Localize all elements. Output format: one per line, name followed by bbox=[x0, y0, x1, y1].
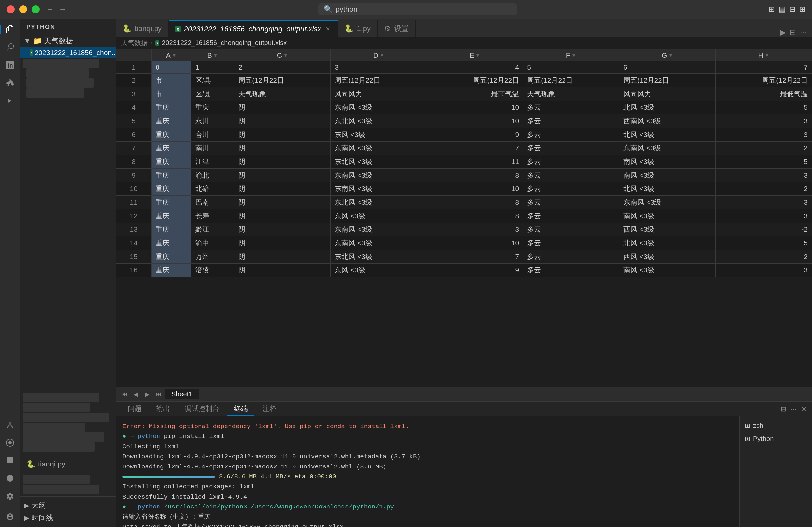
breadcrumb-part2[interactable]: 20231222_161856_chongqing_output.xlsx bbox=[162, 39, 287, 47]
cell-b[interactable]: 万州 bbox=[191, 250, 234, 264]
cell-c[interactable]: 阴 bbox=[234, 128, 331, 141]
cell-f[interactable]: 多云 bbox=[523, 264, 620, 277]
cell-h[interactable]: 5 bbox=[716, 101, 812, 115]
cell-num[interactable]: 16 bbox=[116, 264, 151, 277]
cell-d[interactable]: 东南风 <3级 bbox=[331, 169, 427, 182]
cell-h[interactable]: 3 bbox=[716, 196, 812, 209]
col-header-g[interactable]: G ▼ bbox=[620, 49, 716, 61]
table-row[interactable]: 7重庆南川阴东南风 <3级7多云东南风 <3级2 bbox=[116, 141, 812, 155]
cell-num[interactable]: 9 bbox=[116, 169, 151, 182]
cell-f[interactable]: 多云 bbox=[523, 209, 620, 223]
col-header-b[interactable]: B ▼ bbox=[191, 49, 234, 61]
panel-tab-debug[interactable]: 调试控制台 bbox=[178, 402, 226, 416]
cell-g[interactable]: 北风 <3级 bbox=[620, 128, 716, 141]
close-button[interactable] bbox=[6, 5, 15, 13]
cell-e[interactable]: 3 bbox=[427, 223, 523, 236]
sidebar-layout-icon[interactable]: ▤ bbox=[779, 5, 785, 14]
sidebar-item-git[interactable] bbox=[2, 58, 17, 73]
cell-c[interactable]: 阴 bbox=[234, 169, 331, 182]
cell-f[interactable]: 多云 bbox=[523, 169, 620, 182]
sidebar-folder-tianqishuju[interactable]: ▼ 📁 天气数据 bbox=[20, 35, 116, 47]
cell-e[interactable]: 10 bbox=[427, 101, 523, 115]
sheet-tab-sheet1[interactable]: Sheet1 bbox=[165, 389, 199, 400]
cell-b[interactable]: 南川 bbox=[191, 141, 234, 155]
cell-num[interactable]: 11 bbox=[116, 196, 151, 209]
cell-f[interactable]: 多云 bbox=[523, 128, 620, 141]
cell-c[interactable]: 阴 bbox=[234, 264, 331, 277]
cell-a[interactable]: 重庆 bbox=[151, 236, 191, 250]
sidebar-timeline[interactable]: ▶ 时间线 bbox=[20, 512, 116, 524]
cell-d[interactable]: 东南风 <3级 bbox=[331, 182, 427, 196]
cell-c[interactable]: 阴 bbox=[234, 101, 331, 115]
panel-more-icon[interactable]: ··· bbox=[791, 405, 796, 413]
cell-a[interactable]: 0 bbox=[151, 61, 191, 74]
cell-d[interactable]: 东北风 <3级 bbox=[331, 115, 427, 128]
cell-h[interactable]: 5 bbox=[716, 155, 812, 169]
spreadsheet-container[interactable]: A ▼ B ▼ C ▼ D ▼ E ▼ F ▼ G ▼ H ▼ 10123456… bbox=[116, 49, 812, 387]
cell-g[interactable]: 周五(12月22日 bbox=[620, 74, 716, 87]
cell-b[interactable]: 长寿 bbox=[191, 209, 234, 223]
cell-d[interactable]: 东风 <3级 bbox=[331, 264, 427, 277]
cell-d[interactable]: 3 bbox=[331, 61, 427, 74]
cell-g[interactable]: 北风 <3级 bbox=[620, 101, 716, 115]
cell-h[interactable]: 3 bbox=[716, 115, 812, 128]
cell-num[interactable]: 4 bbox=[116, 101, 151, 115]
cell-g[interactable]: 西风 <3级 bbox=[620, 250, 716, 264]
cell-a[interactable]: 重庆 bbox=[151, 209, 191, 223]
cell-d[interactable]: 东风 <3级 bbox=[331, 128, 427, 141]
cell-e[interactable]: 4 bbox=[427, 61, 523, 74]
cell-a[interactable]: 重庆 bbox=[151, 264, 191, 277]
sidebar-outline[interactable]: ▶ 大纲 bbox=[20, 499, 116, 512]
col-header-c[interactable]: C ▼ bbox=[234, 49, 331, 61]
cell-d[interactable]: 东北风 <3级 bbox=[331, 155, 427, 169]
table-row[interactable]: 4重庆重庆阴东南风 <3级10多云北风 <3级5 bbox=[116, 101, 812, 115]
col-header-d[interactable]: D ▼ bbox=[331, 49, 427, 61]
cell-c[interactable]: 阴 bbox=[234, 223, 331, 236]
col-header-e[interactable]: E ▼ bbox=[427, 49, 523, 61]
tab-tianqipy[interactable]: 🐍 tianqi.py bbox=[116, 20, 169, 37]
sheet-nav-first[interactable]: ⏮ bbox=[120, 390, 130, 400]
cell-e[interactable]: 10 bbox=[427, 182, 523, 196]
cell-h[interactable]: 2 bbox=[716, 182, 812, 196]
cell-num[interactable]: 8 bbox=[116, 155, 151, 169]
table-row[interactable]: 10重庆北碚阴东南风 <3级10多云北风 <3级2 bbox=[116, 182, 812, 196]
cell-f[interactable]: 5 bbox=[523, 61, 620, 74]
cell-g[interactable]: 西风 <3级 bbox=[620, 223, 716, 236]
cell-a[interactable]: 重庆 bbox=[151, 196, 191, 209]
sidebar-file-xlsx[interactable]: x 20231222_161856_chon... bbox=[20, 47, 116, 58]
cell-num[interactable]: 10 bbox=[116, 182, 151, 196]
cell-num[interactable]: 7 bbox=[116, 141, 151, 155]
cell-num[interactable]: 1 bbox=[116, 61, 151, 74]
tab-1py[interactable]: 🐍 1.py bbox=[338, 20, 378, 37]
cell-a[interactable]: 重庆 bbox=[151, 101, 191, 115]
cell-d[interactable]: 东北风 <3级 bbox=[331, 196, 427, 209]
cell-e[interactable]: 7 bbox=[427, 250, 523, 264]
cell-num[interactable]: 5 bbox=[116, 115, 151, 128]
cell-a[interactable]: 重庆 bbox=[151, 141, 191, 155]
cell-h[interactable]: 3 bbox=[716, 209, 812, 223]
cell-h[interactable]: 5 bbox=[716, 236, 812, 250]
cell-c[interactable]: 阴 bbox=[234, 141, 331, 155]
more-icon[interactable]: ··· bbox=[800, 28, 807, 37]
cell-d[interactable]: 风向风力 bbox=[331, 87, 427, 101]
sheet-nav-prev[interactable]: ◀ bbox=[131, 390, 141, 400]
cell-g[interactable]: 东南风 <3级 bbox=[620, 196, 716, 209]
cell-a[interactable]: 重庆 bbox=[151, 182, 191, 196]
table-row[interactable]: 5重庆永川阴东北风 <3级10多云西南风 <3级3 bbox=[116, 115, 812, 128]
cell-h[interactable]: 最低气温 bbox=[716, 87, 812, 101]
split-icon[interactable]: ⊟ bbox=[789, 28, 796, 37]
cell-b[interactable]: 北碚 bbox=[191, 182, 234, 196]
cell-f[interactable]: 多云 bbox=[523, 141, 620, 155]
cell-a[interactable]: 重庆 bbox=[151, 115, 191, 128]
editor-layout-icon[interactable]: ⊟ bbox=[789, 5, 796, 14]
col-header-a[interactable]: A ▼ bbox=[151, 49, 191, 61]
cell-b[interactable]: 涪陵 bbox=[191, 264, 234, 277]
terminal-python[interactable]: ⊞ Python bbox=[740, 432, 812, 445]
cell-d[interactable]: 东南风 <3级 bbox=[331, 141, 427, 155]
panel-layout-icon[interactable]: ⊟ bbox=[781, 405, 786, 413]
cell-f[interactable]: 多云 bbox=[523, 101, 620, 115]
cell-e[interactable]: 8 bbox=[427, 209, 523, 223]
cell-num[interactable]: 15 bbox=[116, 250, 151, 264]
terminal-main[interactable]: Error: Missing optional dependency 'lxml… bbox=[116, 416, 739, 527]
cell-e[interactable]: 8 bbox=[427, 196, 523, 209]
